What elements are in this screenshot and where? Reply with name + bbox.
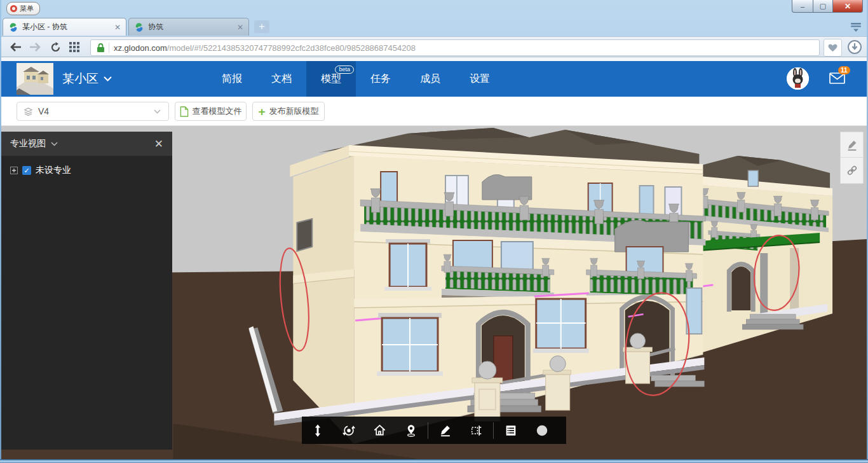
view-model-files-label: 查看模型文件 (193, 106, 242, 117)
project-title-label: 某小区 (62, 71, 98, 87)
nav-item-tasks[interactable]: 任务 (356, 61, 405, 97)
url-path: /model/#!/52214385320747788992cfc2d38fce… (167, 43, 416, 53)
chevron-down-icon[interactable] (51, 142, 58, 146)
panel-body: ✓ 未设专业 (1, 156, 172, 450)
checkbox-checked[interactable]: ✓ (22, 166, 31, 175)
url-separator (109, 43, 109, 53)
mail-badge: 11 (838, 66, 850, 74)
browser-window: 菜单 – ▢ ✕ 某小区 - 协筑 ✕ 协筑 ✕ + (0, 0, 868, 463)
chevron-down-icon (104, 76, 112, 81)
minimize-button[interactable]: – (792, 0, 813, 13)
title-bar[interactable]: 菜单 – ▢ ✕ (1, 0, 867, 18)
reload-icon[interactable] (48, 40, 62, 54)
bookmark-heart-button[interactable] (824, 39, 842, 57)
opera-logo-icon (10, 5, 17, 12)
render-mode-button[interactable] (526, 417, 557, 444)
tab-menu-icon[interactable] (850, 22, 862, 35)
tab-bar: 某小区 - 协筑 ✕ 协筑 ✕ + (1, 18, 867, 36)
version-select[interactable]: V4 (17, 102, 169, 121)
window-controls: – ▢ ✕ (792, 0, 863, 13)
layers-icon (24, 107, 33, 116)
tab-title: 协筑 (148, 22, 233, 32)
publish-model-label: 发布新版模型 (269, 106, 319, 117)
app-nav-bar: 某小区 简报 文档 模型 beta 任务 成员 设置 (1, 61, 867, 97)
opera-menu-label: 菜单 (20, 4, 34, 13)
properties-list-button[interactable] (495, 417, 526, 444)
project-thumbnail[interactable] (17, 63, 53, 95)
url-domain: xz.glodon.com (114, 43, 167, 53)
nav-item-briefing[interactable]: 简报 (207, 61, 257, 97)
speed-dial-icon[interactable] (67, 40, 81, 54)
window-border-left (0, 0, 1, 463)
toolbar-divider (428, 422, 428, 439)
url-field[interactable]: xz.glodon.com/model/#!/52214385320747788… (90, 39, 820, 56)
toolbar-divider (493, 422, 494, 439)
viewer-side-tools (840, 132, 864, 184)
move-vertical-button[interactable] (302, 417, 333, 444)
app-nav-menu: 简报 文档 模型 beta 任务 成员 设置 (207, 61, 505, 97)
tree-item-label: 未设专业 (36, 165, 71, 176)
tab-active[interactable]: 某小区 - 协筑 ✕ (3, 18, 126, 36)
lock-icon (97, 43, 105, 53)
download-button[interactable] (846, 39, 863, 55)
annotate-button[interactable] (840, 132, 864, 158)
forward-icon[interactable] (28, 40, 42, 54)
orbit-button[interactable] (333, 417, 364, 444)
opera-menu-button[interactable]: 菜单 (6, 2, 40, 15)
new-tab-button[interactable]: + (254, 20, 269, 33)
maximize-button[interactable]: ▢ (813, 0, 833, 13)
close-button[interactable]: ✕ (833, 0, 863, 13)
chevron-down-icon (154, 109, 161, 114)
beta-badge: beta (335, 66, 354, 74)
home-view-button[interactable] (364, 417, 395, 444)
model-toolbar: V4 查看模型文件 + 发布新版模型 (1, 97, 867, 126)
nav-item-members[interactable]: 成员 (405, 61, 455, 97)
tab-title: 某小区 - 协筑 (22, 22, 111, 32)
nav-item-model-label: 模型 (321, 73, 341, 84)
section-button[interactable] (461, 417, 492, 444)
locate-button[interactable] (395, 417, 426, 444)
view-model-files-button[interactable]: 查看模型文件 (175, 102, 247, 121)
nav-item-settings[interactable]: 设置 (455, 61, 505, 97)
mail-notification[interactable]: 11 (829, 72, 846, 87)
back-icon[interactable] (9, 40, 23, 54)
viewer-bottom-toolbar (302, 417, 566, 444)
tab-close-icon[interactable]: ✕ (237, 23, 243, 32)
publish-model-button[interactable]: + 发布新版模型 (252, 102, 325, 121)
tree-item[interactable]: ✓ 未设专业 (1, 156, 172, 176)
project-title[interactable]: 某小区 (62, 61, 112, 97)
markup-pencil-button[interactable] (430, 417, 461, 444)
panel-header: 专业视图 ✕ (1, 132, 172, 156)
user-avatar[interactable] (787, 67, 809, 90)
plus-icon: + (258, 106, 265, 118)
share-link-button[interactable] (840, 158, 864, 184)
panel-close-icon[interactable]: ✕ (154, 137, 163, 151)
address-bar: xz.glodon.com/model/#!/52214385320747788… (1, 36, 867, 57)
tab-inactive[interactable]: 协筑 ✕ (128, 18, 249, 36)
model-viewport[interactable]: 专业视图 ✕ ✓ 未设专业 (1, 126, 867, 459)
panel-title: 专业视图 (10, 138, 46, 149)
window-border-bottom (0, 459, 868, 463)
glodon-favicon (8, 22, 18, 32)
version-label: V4 (38, 106, 49, 116)
nav-item-model[interactable]: 模型 beta (306, 61, 356, 97)
tab-close-icon[interactable]: ✕ (114, 23, 121, 32)
glodon-favicon (134, 22, 144, 32)
file-icon (180, 106, 189, 117)
discipline-view-panel: 专业视图 ✕ ✓ 未设专业 (1, 132, 172, 450)
nav-item-documents[interactable]: 文档 (257, 61, 306, 97)
expand-icon[interactable] (10, 167, 18, 174)
